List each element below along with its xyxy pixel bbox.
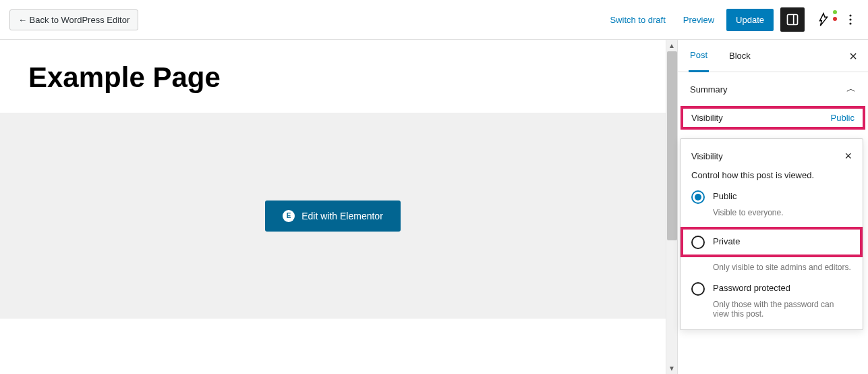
tab-block[interactable]: Block bbox=[728, 40, 752, 72]
switch-to-draft-button[interactable]: Switch to draft bbox=[604, 11, 670, 29]
private-label[interactable]: Private bbox=[713, 235, 740, 246]
sidebar-tabs: Post Block × bbox=[678, 40, 868, 72]
visibility-row-highlight: Visibility Public bbox=[681, 106, 865, 130]
visibility-value-link[interactable]: Public bbox=[831, 113, 855, 123]
option-password: Password protected Only those with the p… bbox=[691, 282, 852, 319]
elementor-panel: E Edit with Elementor bbox=[0, 113, 666, 319]
svg-point-2 bbox=[849, 14, 851, 16]
elementor-logo-icon: E bbox=[283, 210, 295, 222]
svg-point-3 bbox=[849, 18, 851, 20]
popup-description: Control how this post is viewed. bbox=[691, 170, 852, 180]
visibility-label: Visibility bbox=[691, 113, 723, 123]
preview-button[interactable]: Preview bbox=[678, 11, 720, 29]
svg-point-4 bbox=[849, 22, 851, 24]
main-layout: Example Page E Edit with Elementor ▲ ▼ P… bbox=[0, 40, 868, 374]
scrollbar-thumb[interactable] bbox=[667, 51, 677, 240]
elementor-button-label: Edit with Elementor bbox=[301, 211, 383, 221]
editor-scrollbar[interactable]: ▲ ▼ bbox=[666, 40, 677, 374]
page-title[interactable]: Example Page bbox=[0, 40, 666, 113]
update-button[interactable]: Update bbox=[726, 9, 774, 31]
scroll-up-arrow-icon[interactable]: ▲ bbox=[666, 40, 677, 51]
option-public: Public Visible to everyone. bbox=[691, 190, 852, 217]
radio-public[interactable] bbox=[691, 190, 705, 204]
top-bar-actions: Switch to draft Preview Update bbox=[604, 7, 859, 32]
private-help-text: Only visible to site admins and editors. bbox=[713, 263, 852, 272]
option-private-highlight: Private bbox=[681, 227, 863, 257]
edit-with-elementor-button[interactable]: E Edit with Elementor bbox=[265, 201, 401, 232]
public-label[interactable]: Public bbox=[713, 190, 736, 201]
more-options-icon[interactable] bbox=[842, 7, 859, 32]
settings-panel-toggle-icon[interactable] bbox=[780, 7, 805, 32]
password-help-text: Only those with the password can view th… bbox=[713, 300, 852, 319]
back-to-wordpress-button[interactable]: ← Back to WordPress Editor bbox=[9, 9, 138, 30]
radio-private[interactable] bbox=[691, 236, 705, 249]
scroll-down-arrow-icon[interactable]: ▼ bbox=[666, 363, 677, 374]
editor-area: Example Page E Edit with Elementor ▲ ▼ bbox=[0, 40, 677, 374]
svg-rect-0 bbox=[788, 15, 798, 25]
yoast-seo-icon[interactable] bbox=[811, 7, 836, 32]
top-bar: ← Back to WordPress Editor Switch to dra… bbox=[0, 0, 868, 40]
summary-accordion-header[interactable]: Summary ︿ bbox=[678, 72, 868, 106]
chevron-up-icon: ︿ bbox=[846, 83, 856, 95]
settings-sidebar: Post Block × Summary ︿ Visibility Public… bbox=[677, 40, 868, 374]
summary-label: Summary bbox=[690, 84, 728, 95]
popup-close-icon[interactable]: × bbox=[844, 150, 852, 162]
popup-header: Visibility × bbox=[691, 150, 852, 162]
close-sidebar-icon[interactable]: × bbox=[849, 49, 857, 63]
visibility-popup: Visibility × Control how this post is vi… bbox=[680, 138, 863, 330]
popup-title: Visibility bbox=[691, 151, 723, 161]
visibility-row[interactable]: Visibility Public bbox=[683, 109, 863, 127]
password-label[interactable]: Password protected bbox=[713, 282, 790, 293]
radio-password[interactable] bbox=[691, 282, 705, 296]
tab-post[interactable]: Post bbox=[689, 40, 709, 72]
public-help-text: Visible to everyone. bbox=[713, 208, 852, 217]
